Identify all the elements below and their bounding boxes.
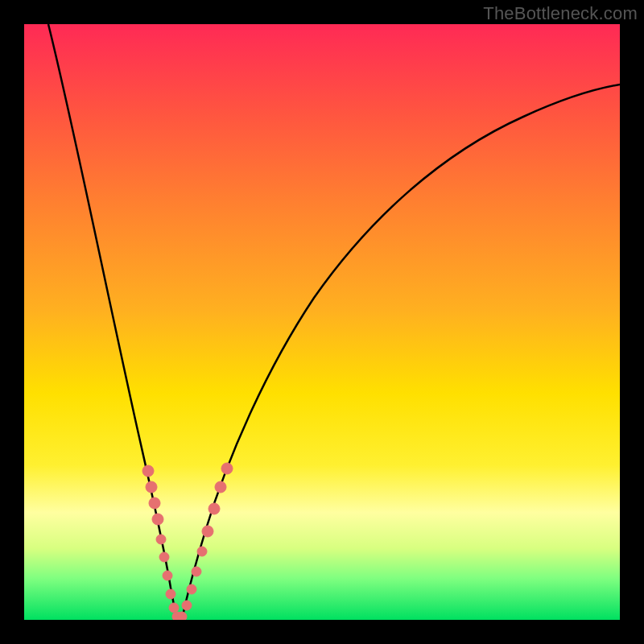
svg-point-6 [163,571,172,580]
svg-point-16 [208,503,220,514]
svg-point-14 [197,547,207,556]
svg-point-3 [152,514,163,525]
watermark-text: TheBottleneck.com [483,3,638,24]
svg-point-2 [149,497,160,509]
plot-area [24,24,620,620]
svg-point-1 [146,481,157,493]
svg-point-13 [192,567,201,576]
svg-point-10 [177,612,187,620]
svg-point-15 [202,526,213,537]
svg-point-4 [156,535,166,544]
curve-right [182,85,620,620]
svg-point-12 [187,584,196,594]
svg-point-17 [215,481,226,493]
svg-point-18 [221,463,233,474]
svg-point-8 [169,603,179,613]
svg-point-7 [166,589,175,599]
curve-left [48,24,177,620]
svg-point-11 [182,601,192,610]
chart-svg [24,24,620,620]
svg-point-5 [159,552,169,562]
chart-frame: TheBottleneck.com [0,0,644,644]
svg-point-0 [142,465,154,477]
